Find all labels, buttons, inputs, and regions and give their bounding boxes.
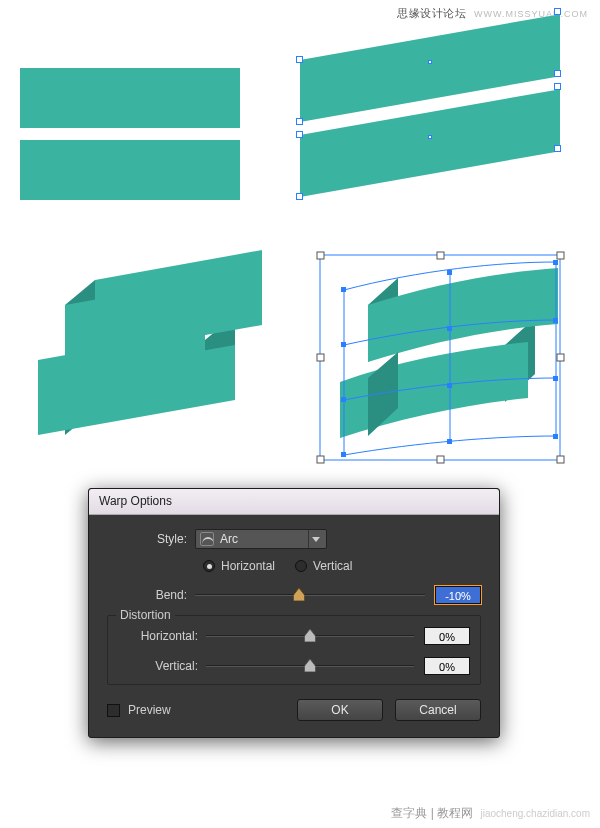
- selection-handle[interactable]: [296, 193, 303, 200]
- svg-rect-19: [317, 456, 324, 463]
- watermark-top-url: WWW.MISSYUAN.COM: [474, 9, 588, 19]
- orientation-vertical-label: Vertical: [313, 559, 352, 573]
- svg-rect-14: [317, 252, 324, 259]
- warp-options-dialog: Warp Options Style: Arc Horizontal Verti…: [88, 488, 500, 738]
- preview-label: Preview: [128, 703, 171, 717]
- svg-marker-34: [293, 588, 304, 601]
- svg-rect-26: [447, 326, 452, 331]
- selection-handle[interactable]: [296, 131, 303, 138]
- svg-marker-35: [305, 629, 316, 642]
- selection-handle[interactable]: [296, 56, 303, 63]
- selection-handle[interactable]: [554, 83, 561, 90]
- watermark-bottom: 查字典 | 教程网 jiaocheng.chazidian.com: [391, 805, 590, 822]
- svg-rect-20: [437, 456, 444, 463]
- dialog-title: Warp Options: [99, 494, 172, 508]
- svg-rect-22: [341, 287, 346, 292]
- orientation-horizontal-label: Horizontal: [221, 559, 275, 573]
- distortion-v-label: Vertical:: [118, 659, 206, 673]
- selection-handle[interactable]: [296, 118, 303, 125]
- distortion-h-slider[interactable]: [206, 626, 414, 646]
- teal-bar-2: [20, 140, 240, 200]
- svg-rect-17: [317, 354, 324, 361]
- svg-marker-36: [305, 659, 316, 672]
- bend-slider[interactable]: [195, 585, 425, 605]
- style-label: Style:: [107, 532, 195, 546]
- slider-thumb-icon[interactable]: [293, 588, 304, 601]
- dialog-title-bar[interactable]: Warp Options: [89, 489, 499, 515]
- bend-label: Bend:: [107, 588, 195, 602]
- svg-rect-28: [341, 397, 346, 402]
- selection-handle[interactable]: [554, 8, 561, 15]
- distortion-legend: Distortion: [116, 608, 175, 622]
- teal-bar-1: [20, 68, 240, 128]
- selection-handle[interactable]: [554, 70, 561, 77]
- distortion-h-value-input[interactable]: 0%: [424, 627, 470, 645]
- distortion-v-slider[interactable]: [206, 656, 414, 676]
- watermark-bottom-a: 查字典 | 教程网: [391, 806, 473, 820]
- radio-dot-on-icon: [203, 560, 215, 572]
- slider-thumb-icon[interactable]: [305, 629, 316, 642]
- svg-rect-24: [553, 260, 558, 265]
- illustration-ribbon-flat: [20, 250, 280, 480]
- svg-rect-31: [341, 452, 346, 457]
- svg-rect-29: [447, 383, 452, 388]
- svg-rect-25: [341, 342, 346, 347]
- illustration-bars: [20, 30, 280, 240]
- orientation-horizontal-radio[interactable]: Horizontal: [203, 559, 275, 573]
- svg-rect-15: [437, 252, 444, 259]
- preview-checkbox[interactable]: [107, 704, 120, 717]
- orientation-vertical-radio[interactable]: Vertical: [295, 559, 352, 573]
- distortion-h-label: Horizontal:: [118, 629, 206, 643]
- chevron-down-icon: [308, 530, 322, 548]
- watermark-top-cn: 思缘设计论坛: [397, 7, 466, 19]
- bend-value-input[interactable]: -10%: [435, 586, 481, 604]
- cancel-button[interactable]: Cancel: [395, 699, 481, 721]
- svg-rect-18: [557, 354, 564, 361]
- svg-rect-32: [447, 439, 452, 444]
- svg-rect-23: [447, 270, 452, 275]
- svg-rect-33: [553, 434, 558, 439]
- selection-handle[interactable]: [554, 145, 561, 152]
- selection-handle-center[interactable]: [428, 60, 432, 64]
- slider-thumb-icon[interactable]: [305, 659, 316, 672]
- distortion-group: Distortion Horizontal: 0% Vertical:: [107, 615, 481, 685]
- svg-rect-30: [553, 376, 558, 381]
- arc-icon: [200, 532, 214, 546]
- svg-rect-21: [557, 456, 564, 463]
- style-value: Arc: [220, 532, 238, 546]
- distortion-v-value-input[interactable]: 0%: [424, 657, 470, 675]
- ok-button[interactable]: OK: [297, 699, 383, 721]
- selection-handle-center[interactable]: [428, 135, 432, 139]
- illustration-parallelograms-selected: [300, 20, 590, 240]
- watermark-bottom-b: jiaocheng.chazidian.com: [480, 808, 590, 819]
- svg-rect-27: [553, 318, 558, 323]
- style-dropdown[interactable]: Arc: [195, 529, 327, 549]
- radio-dot-off-icon: [295, 560, 307, 572]
- svg-rect-16: [557, 252, 564, 259]
- illustration-ribbon-warped: [300, 250, 590, 480]
